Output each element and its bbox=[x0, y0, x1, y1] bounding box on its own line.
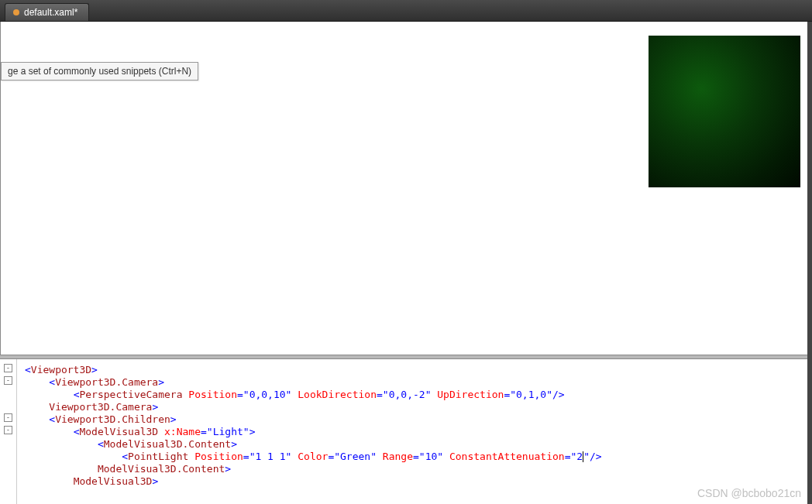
fold-line bbox=[8, 401, 9, 410]
code-line[interactable]: <PerspectiveCamera Position="0,0,10" Loo… bbox=[25, 389, 602, 401]
fold-toggle-icon[interactable]: - bbox=[4, 426, 12, 434]
code-content[interactable]: <Viewport3D> <Viewport3D.Camera> <Perspe… bbox=[17, 359, 602, 504]
code-line[interactable]: ModelVisual3D.Content> bbox=[25, 463, 602, 475]
fold-toggle-icon[interactable]: - bbox=[4, 413, 12, 422]
fold-line bbox=[8, 475, 9, 484]
code-editor[interactable]: ---- <Viewport3D> <Viewport3D.Camera> <P… bbox=[0, 359, 812, 504]
fold-gutter: ---- bbox=[0, 359, 17, 504]
vertical-scrollbar[interactable] bbox=[807, 22, 812, 504]
fold-line bbox=[8, 451, 9, 459]
tab-bar: default.xaml* bbox=[0, 0, 812, 22]
viewport3d-render bbox=[649, 36, 800, 187]
code-line[interactable]: <ModelVisual3D.Content> bbox=[25, 438, 602, 451]
tab-title: default.xaml* bbox=[24, 7, 77, 18]
code-line[interactable]: Viewport3D.Camera> bbox=[25, 401, 602, 413]
fold-line bbox=[8, 389, 9, 397]
fold-line bbox=[8, 463, 9, 471]
snippet-tooltip: ge a set of commonly used snippets (Ctrl… bbox=[1, 62, 198, 81]
file-tab[interactable]: default.xaml* bbox=[5, 3, 89, 21]
fold-toggle-icon[interactable]: - bbox=[4, 364, 12, 372]
fold-line bbox=[8, 438, 9, 447]
code-line[interactable]: <Viewport3D.Camera> bbox=[25, 376, 602, 389]
code-line[interactable]: <Viewport3D> bbox=[25, 364, 602, 376]
fold-toggle-icon[interactable]: - bbox=[4, 376, 12, 385]
code-line[interactable]: <ModelVisual3D x:Name="Light"> bbox=[25, 426, 602, 438]
code-line[interactable]: ModelVisual3D> bbox=[25, 475, 602, 488]
code-line[interactable]: <Viewport3D.Children> bbox=[25, 413, 602, 426]
modified-dot-icon bbox=[13, 9, 19, 15]
code-line[interactable]: <PointLight Position="1 1 1" Color="Gree… bbox=[25, 451, 602, 463]
preview-pane: ge a set of commonly used snippets (Ctrl… bbox=[0, 22, 812, 355]
tooltip-text: ge a set of commonly used snippets (Ctrl… bbox=[8, 66, 191, 77]
watermark: CSDN @bcbobo21cn bbox=[697, 487, 801, 499]
